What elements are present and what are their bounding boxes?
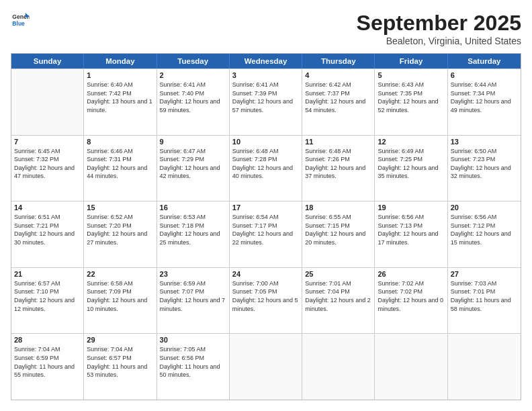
sun-info: Daylight: 12 hours and 12 minutes. xyxy=(14,296,81,313)
calendar-cell xyxy=(448,334,521,400)
day-number: 13 xyxy=(451,138,518,146)
sun-info: Sunset: 7:31 PM xyxy=(87,155,153,164)
sun-info: Daylight: 12 hours and 5 minutes. xyxy=(232,296,299,313)
sun-info: Sunset: 7:37 PM xyxy=(305,89,371,98)
sun-info: Sunrise: 6:55 AM xyxy=(305,213,371,222)
sun-info: Daylight: 12 hours and 47 minutes. xyxy=(14,164,81,181)
sun-info: Sunset: 6:59 PM xyxy=(14,354,81,363)
sun-info: Sunset: 7:05 PM xyxy=(232,287,299,296)
sun-info: Sunset: 7:04 PM xyxy=(305,287,371,296)
calendar-cell: 5Sunrise: 6:43 AMSunset: 7:35 PMDaylight… xyxy=(375,69,447,135)
sun-info: Daylight: 12 hours and 57 minutes. xyxy=(232,97,299,114)
logo-icon: General Blue xyxy=(11,11,30,30)
page: General Blue September 2025 Bealeton, Vi… xyxy=(0,0,532,411)
sun-info: Sunset: 7:40 PM xyxy=(160,89,226,98)
calendar-cell: 17Sunrise: 6:54 AMSunset: 7:17 PMDayligh… xyxy=(230,201,302,267)
sun-info: Daylight: 12 hours and 20 minutes. xyxy=(305,230,371,246)
day-number: 26 xyxy=(378,270,444,278)
logo: General Blue xyxy=(11,11,32,30)
day-number: 24 xyxy=(232,270,299,278)
sun-info: Sunset: 7:09 PM xyxy=(87,287,153,296)
sun-info: Sunset: 7:15 PM xyxy=(305,222,371,230)
day-number: 30 xyxy=(160,336,226,344)
sun-info: Daylight: 12 hours and 15 minutes. xyxy=(451,230,518,246)
day-number: 15 xyxy=(87,203,153,212)
sun-info: Sunrise: 7:02 AM xyxy=(378,279,444,288)
sun-info: Daylight: 12 hours and 35 minutes. xyxy=(378,164,444,181)
calendar-week-2: 7Sunrise: 6:45 AMSunset: 7:32 PMDaylight… xyxy=(11,135,521,201)
calendar-cell xyxy=(230,334,302,400)
day-number: 23 xyxy=(160,270,226,278)
sun-info: Sunset: 7:28 PM xyxy=(232,155,299,164)
sun-info: Sunset: 7:20 PM xyxy=(87,222,153,230)
calendar-cell: 10Sunrise: 6:48 AMSunset: 7:28 PMDayligh… xyxy=(230,136,302,201)
header-day-friday: Friday xyxy=(375,54,447,68)
day-number: 7 xyxy=(14,138,81,146)
sun-info: Sunrise: 6:43 AM xyxy=(378,81,444,89)
sun-info: Daylight: 12 hours and 59 minutes. xyxy=(160,97,226,114)
calendar-cell: 15Sunrise: 6:52 AMSunset: 7:20 PMDayligh… xyxy=(84,201,157,267)
sun-info: Sunrise: 7:00 AM xyxy=(232,279,299,288)
calendar-cell: 19Sunrise: 6:56 AMSunset: 7:13 PMDayligh… xyxy=(375,201,447,267)
day-number: 20 xyxy=(451,203,518,212)
calendar-body: 1Sunrise: 6:40 AMSunset: 7:42 PMDaylight… xyxy=(11,68,521,400)
sun-info: Sunset: 7:13 PM xyxy=(378,222,444,230)
sun-info: Sunrise: 6:54 AM xyxy=(232,213,299,222)
day-number: 21 xyxy=(14,270,81,278)
calendar-cell: 23Sunrise: 6:59 AMSunset: 7:07 PMDayligh… xyxy=(157,268,230,334)
sun-info: Sunset: 7:23 PM xyxy=(451,155,518,164)
calendar-cell: 22Sunrise: 6:58 AMSunset: 7:09 PMDayligh… xyxy=(84,268,157,334)
day-number: 16 xyxy=(160,203,226,212)
calendar-cell: 7Sunrise: 6:45 AMSunset: 7:32 PMDaylight… xyxy=(11,136,84,201)
sun-info: Daylight: 12 hours and 22 minutes. xyxy=(232,230,299,246)
calendar-cell: 30Sunrise: 7:05 AMSunset: 6:56 PMDayligh… xyxy=(157,334,230,400)
calendar: SundayMondayTuesdayWednesdayThursdayFrid… xyxy=(11,53,521,400)
sun-info: Sunrise: 7:01 AM xyxy=(305,279,371,288)
sun-info: Sunrise: 6:48 AM xyxy=(232,147,299,156)
calendar-cell: 18Sunrise: 6:55 AMSunset: 7:15 PMDayligh… xyxy=(302,201,375,267)
sun-info: Daylight: 11 hours and 53 minutes. xyxy=(87,363,153,379)
sun-info: Daylight: 11 hours and 58 minutes. xyxy=(451,296,518,313)
day-number: 2 xyxy=(160,71,226,79)
sun-info: Sunset: 7:17 PM xyxy=(232,222,299,230)
month-title: September 2025 xyxy=(357,11,521,36)
calendar-cell: 14Sunrise: 6:51 AMSunset: 7:21 PMDayligh… xyxy=(11,201,84,267)
calendar-cell: 29Sunrise: 7:04 AMSunset: 6:57 PMDayligh… xyxy=(84,334,157,400)
day-number: 9 xyxy=(160,138,226,146)
sun-info: Sunrise: 7:04 AM xyxy=(14,345,81,354)
sun-info: Daylight: 12 hours and 17 minutes. xyxy=(378,230,444,246)
day-number: 19 xyxy=(378,203,444,212)
calendar-cell: 16Sunrise: 6:53 AMSunset: 7:18 PMDayligh… xyxy=(157,201,230,267)
header-day-wednesday: Wednesday xyxy=(230,54,302,68)
sun-info: Sunrise: 6:59 AM xyxy=(160,279,226,288)
sun-info: Sunrise: 6:57 AM xyxy=(14,279,81,288)
day-number: 3 xyxy=(232,71,299,79)
sun-info: Sunrise: 6:47 AM xyxy=(160,147,226,156)
sun-info: Sunrise: 6:48 AM xyxy=(305,147,371,156)
sun-info: Sunset: 7:26 PM xyxy=(305,155,371,164)
calendar-cell: 8Sunrise: 6:46 AMSunset: 7:31 PMDaylight… xyxy=(84,136,157,201)
sun-info: Daylight: 12 hours and 40 minutes. xyxy=(232,164,299,181)
sun-info: Sunrise: 6:49 AM xyxy=(378,147,444,156)
sun-info: Daylight: 12 hours and 25 minutes. xyxy=(160,230,226,246)
calendar-week-3: 14Sunrise: 6:51 AMSunset: 7:21 PMDayligh… xyxy=(11,201,521,267)
calendar-cell: 11Sunrise: 6:48 AMSunset: 7:26 PMDayligh… xyxy=(302,136,375,201)
calendar-cell xyxy=(375,334,447,400)
sun-info: Sunrise: 6:40 AM xyxy=(87,81,153,89)
day-number: 28 xyxy=(14,336,81,344)
sun-info: Sunrise: 6:53 AM xyxy=(160,213,226,222)
sun-info: Sunrise: 6:41 AM xyxy=(232,81,299,89)
day-number: 25 xyxy=(305,270,371,278)
day-number: 4 xyxy=(305,71,371,79)
sun-info: Sunrise: 6:41 AM xyxy=(160,81,226,89)
sun-info: Sunrise: 6:51 AM xyxy=(14,213,81,222)
sun-info: Daylight: 12 hours and 49 minutes. xyxy=(451,97,518,114)
sun-info: Sunset: 7:10 PM xyxy=(14,287,81,296)
calendar-cell: 9Sunrise: 6:47 AMSunset: 7:29 PMDaylight… xyxy=(157,136,230,201)
sun-info: Daylight: 12 hours and 52 minutes. xyxy=(378,97,444,114)
sun-info: Daylight: 12 hours and 42 minutes. xyxy=(160,164,226,181)
sun-info: Sunset: 7:01 PM xyxy=(451,287,518,296)
sun-info: Sunset: 6:57 PM xyxy=(87,354,153,363)
calendar-cell: 28Sunrise: 7:04 AMSunset: 6:59 PMDayligh… xyxy=(11,334,84,400)
sun-info: Sunrise: 6:58 AM xyxy=(87,279,153,288)
